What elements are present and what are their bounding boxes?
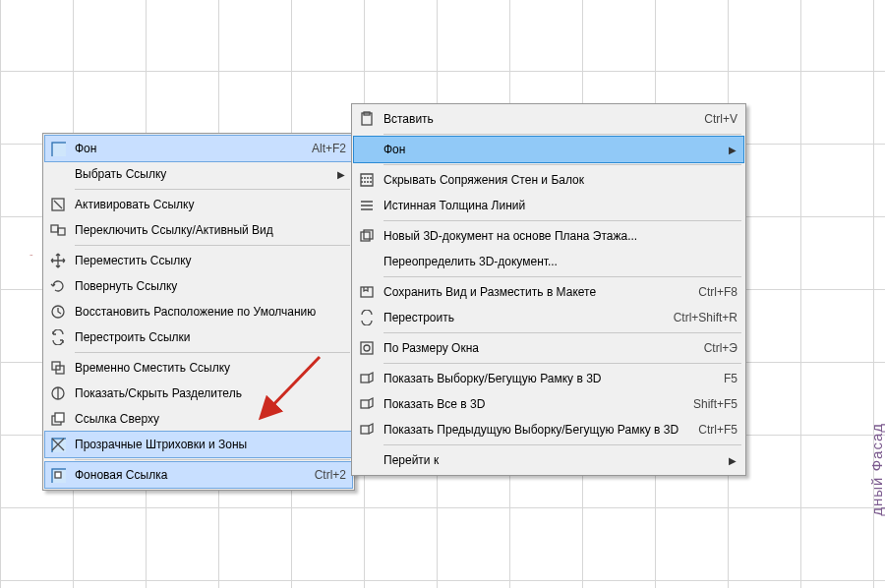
paste-icon [354, 106, 380, 132]
menu-item-label: Новый 3D-документ на основе Плана Этажа.… [380, 229, 738, 243]
menu-item[interactable]: Новый 3D-документ на основе Плана Этажа.… [354, 223, 743, 249]
menu-item[interactable]: Перейти к▶ [354, 447, 743, 473]
menu-item[interactable]: ПерестроитьCtrl+Shift+R [354, 305, 743, 330]
menu-item-shortcut: F5 [706, 372, 738, 385]
offset-icon [45, 355, 71, 381]
elevation-label: дный Фасад [868, 423, 885, 516]
menu-item-label: Перестроить [380, 311, 656, 324]
background-icon [45, 136, 71, 161]
svg-rect-22 [361, 426, 369, 434]
menu-item-label: Фоновая Ссылка [71, 468, 297, 482]
new3d-icon [354, 223, 380, 249]
menu-item[interactable]: По Размеру ОкнаCtrl+Э [354, 335, 743, 361]
menu-item-shortcut: Ctrl+Shift+R [656, 311, 738, 324]
menu-item[interactable]: Истинная Толщина Линий [354, 193, 743, 218]
bglink-icon [45, 462, 71, 488]
menu-item[interactable]: Показать Предыдущую Выборку/Бегущую Рамк… [354, 417, 743, 442]
svg-rect-0 [52, 143, 66, 156]
saveview-icon [354, 279, 380, 305]
truewidth-icon [354, 193, 380, 218]
menu-item-label: Скрывать Сопряжения Стен и Балок [380, 173, 738, 187]
menu-item[interactable]: Сохранить Вид и Разместить в МакетеCtrl+… [354, 279, 743, 305]
menu-separator [384, 332, 741, 333]
menu-item-label: Ссылка Сверху [71, 412, 346, 426]
context-menu-view: ВставитьCtrl+VФон▶Скрывать Сопряжения Ст… [351, 103, 746, 476]
menu-item-label: Вставить [380, 112, 686, 126]
prev3d-icon [354, 417, 380, 442]
blank-icon [45, 161, 71, 187]
menu-item[interactable]: Скрывать Сопряжения Стен и Балок [354, 167, 743, 193]
menu-item-label: Переместить Ссылку [71, 254, 346, 267]
menu-item[interactable]: Переопределить 3D-документ... [354, 249, 743, 274]
menu-item-label: Сохранить Вид и Разместить в Макете [380, 285, 680, 299]
menu-item-label: Активировать Ссылку [71, 198, 346, 211]
menu-item[interactable]: Фоновая СсылкаCtrl+2 [45, 462, 352, 488]
menu-item-label: Выбрать Ссылку [71, 167, 336, 181]
menu-item[interactable]: Переместить Ссылку [45, 248, 352, 273]
ontop-icon [45, 406, 71, 432]
svg-rect-12 [55, 472, 61, 478]
divider-icon [45, 381, 71, 406]
menu-separator [75, 189, 350, 190]
menu-item-shortcut: Ctrl+V [686, 112, 738, 126]
menu-item[interactable]: Показать Выборку/Бегущую Рамку в 3DF5 [354, 366, 743, 391]
menu-item-label: Переопределить 3D-документ... [380, 255, 738, 268]
menu-item[interactable]: Активировать Ссылку [45, 192, 352, 217]
context-menu-references: ФонAlt+F2Выбрать Ссылку▶Активировать Ссы… [42, 133, 355, 491]
submenu-arrow-icon: ▶ [728, 145, 738, 155]
menu-item[interactable]: Переключить Ссылку/Активный Вид [45, 217, 352, 243]
menu-item-label: Прозрачные Штриховки и Зоны [71, 438, 346, 451]
blank-icon [354, 447, 380, 473]
menu-item[interactable]: Выбрать Ссылку▶ [45, 161, 352, 187]
menu-item-label: Показать Предыдущую Выборку/Бегущую Рамк… [380, 423, 680, 437]
menu-item[interactable]: Перестроить Ссылки [45, 324, 352, 350]
svg-rect-2 [51, 225, 58, 232]
all3d-icon [354, 391, 380, 417]
rebuild-icon [45, 324, 71, 350]
menu-item-label: Повернуть Ссылку [71, 279, 346, 293]
svg-rect-3 [58, 228, 65, 235]
svg-point-19 [364, 345, 370, 351]
menu-item[interactable]: Повернуть Ссылку [45, 273, 352, 299]
menu-separator [384, 363, 741, 364]
submenu-arrow-icon: ▶ [728, 455, 738, 466]
menu-item[interactable]: Временно Сместить Ссылку [45, 355, 352, 381]
hidejoin-icon [354, 167, 380, 193]
menu-item-shortcut: Ctrl+Э [686, 341, 738, 355]
menu-item-label: Показать Все в 3D [380, 397, 676, 411]
menu-item[interactable]: Показать/Скрыть Разделитель [45, 381, 352, 406]
blank-icon [354, 249, 380, 274]
reset-icon [45, 299, 71, 324]
submenu-arrow-icon: ▶ [336, 169, 346, 180]
menu-separator [75, 352, 350, 353]
menu-item[interactable]: Фон▶ [354, 137, 743, 162]
menu-item-label: Восстановить Расположение по Умолчанию [71, 305, 346, 319]
menu-item-label: Перестроить Ссылки [71, 330, 346, 344]
menu-separator [384, 276, 741, 277]
menu-item-label: Переключить Ссылку/Активный Вид [71, 223, 346, 237]
menu-item-label: Фон [380, 143, 728, 156]
menu-item[interactable]: ВставитьCtrl+V [354, 106, 743, 132]
menu-item-label: Перейти к [380, 453, 728, 467]
menu-separator [384, 444, 741, 445]
svg-rect-21 [361, 400, 369, 408]
menu-item-shortcut: Shift+F5 [676, 397, 738, 411]
move-icon [45, 248, 71, 273]
svg-rect-17 [361, 287, 373, 297]
menu-separator [384, 134, 741, 135]
menu-item[interactable]: Ссылка Сверху [45, 406, 352, 432]
menu-item-shortcut: Alt+F2 [294, 142, 346, 155]
svg-rect-20 [361, 375, 369, 382]
menu-item-shortcut: Ctrl+2 [297, 468, 346, 482]
menu-item-label: По Размеру Окна [380, 341, 686, 355]
menu-item[interactable]: Показать Все в 3DShift+F5 [354, 391, 743, 417]
menu-item[interactable]: Прозрачные Штриховки и Зоны [45, 432, 352, 457]
menu-item-label: Временно Сместить Ссылку [71, 361, 346, 375]
menu-item[interactable]: ФонAlt+F2 [45, 136, 352, 161]
rebuild2-icon [354, 305, 380, 330]
blank-icon [354, 137, 380, 162]
sel3d-icon [354, 366, 380, 391]
menu-separator [75, 459, 350, 460]
menu-item[interactable]: Восстановить Расположение по Умолчанию [45, 299, 352, 324]
activate-icon [45, 192, 71, 217]
